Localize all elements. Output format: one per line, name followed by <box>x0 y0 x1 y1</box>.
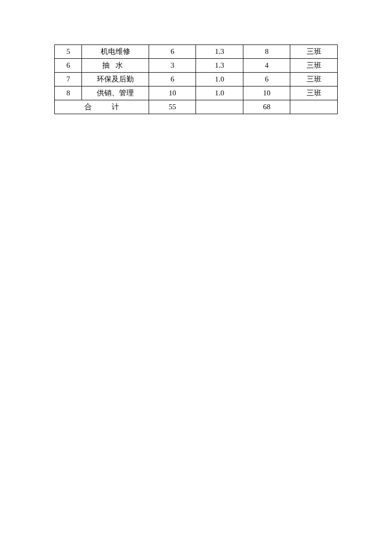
cell-d: 三班 <box>290 45 338 59</box>
table-row: 8 供销、管理 10 1.0 10 三班 <box>55 86 338 100</box>
data-table: 5 机电维修 6 1.3 8 三班 6 抽水 3 1.3 4 三班 7 环保及后… <box>54 44 338 114</box>
cell-num: 8 <box>55 86 82 100</box>
cell-total-label: 合计 <box>55 100 149 114</box>
cell-b: 1.0 <box>196 86 243 100</box>
cell-name: 环保及后勤 <box>82 73 149 86</box>
table-row: 7 环保及后勤 6 1.0 6 三班 <box>55 73 338 86</box>
table-body: 5 机电维修 6 1.3 8 三班 6 抽水 3 1.3 4 三班 7 环保及后… <box>55 45 338 114</box>
cell-total-b <box>196 100 243 114</box>
cell-b: 1.0 <box>196 73 243 86</box>
cell-total-a: 55 <box>149 100 196 114</box>
cell-c: 6 <box>243 73 290 86</box>
cell-total-d <box>290 100 338 114</box>
cell-b: 1.3 <box>196 45 243 59</box>
cell-num: 7 <box>55 73 82 86</box>
cell-total-c: 68 <box>243 100 290 114</box>
cell-d: 三班 <box>290 73 338 86</box>
table-row: 5 机电维修 6 1.3 8 三班 <box>55 45 338 59</box>
cell-d: 三班 <box>290 59 338 73</box>
cell-num: 6 <box>55 59 82 73</box>
cell-name: 供销、管理 <box>82 86 149 100</box>
table-total-row: 合计 55 68 <box>55 100 338 114</box>
cell-c: 4 <box>243 59 290 73</box>
table-row: 6 抽水 3 1.3 4 三班 <box>55 59 338 73</box>
cell-c: 10 <box>243 86 290 100</box>
cell-num: 5 <box>55 45 82 59</box>
cell-a: 3 <box>149 59 196 73</box>
cell-a: 6 <box>149 45 196 59</box>
cell-a: 10 <box>149 86 196 100</box>
cell-b: 1.3 <box>196 59 243 73</box>
cell-name: 机电维修 <box>82 45 149 59</box>
cell-a: 6 <box>149 73 196 86</box>
cell-d: 三班 <box>290 86 338 100</box>
cell-name: 抽水 <box>82 59 149 73</box>
cell-c: 8 <box>243 45 290 59</box>
